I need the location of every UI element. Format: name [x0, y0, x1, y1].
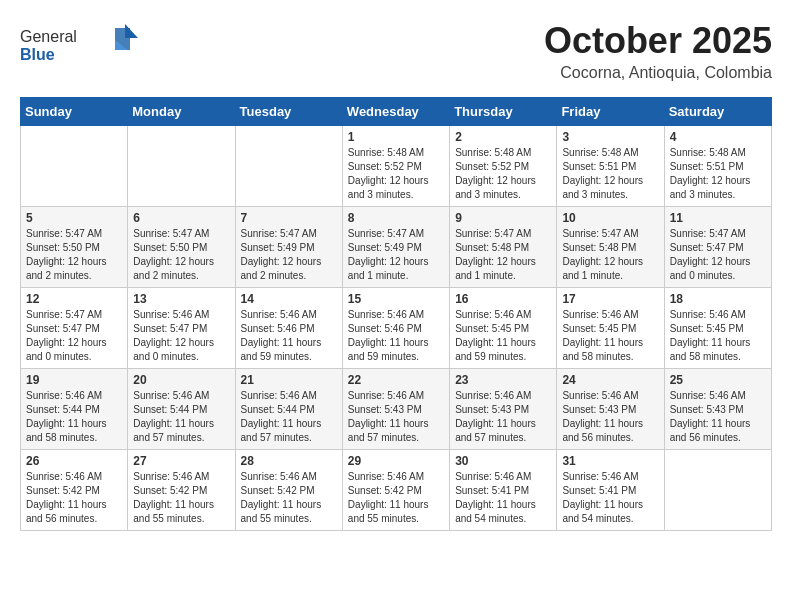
calendar-cell	[21, 126, 128, 207]
day-info: Sunrise: 5:47 AMSunset: 5:49 PMDaylight:…	[348, 227, 444, 283]
day-info: Sunrise: 5:48 AMSunset: 5:51 PMDaylight:…	[562, 146, 658, 202]
calendar-cell: 4Sunrise: 5:48 AMSunset: 5:51 PMDaylight…	[664, 126, 771, 207]
day-info: Sunrise: 5:47 AMSunset: 5:47 PMDaylight:…	[670, 227, 766, 283]
day-number: 2	[455, 130, 551, 144]
day-number: 19	[26, 373, 122, 387]
calendar-cell: 30Sunrise: 5:46 AMSunset: 5:41 PMDayligh…	[450, 450, 557, 531]
logo-text: General Blue	[20, 20, 140, 69]
day-info: Sunrise: 5:46 AMSunset: 5:43 PMDaylight:…	[455, 389, 551, 445]
day-info: Sunrise: 5:46 AMSunset: 5:42 PMDaylight:…	[26, 470, 122, 526]
calendar-cell: 23Sunrise: 5:46 AMSunset: 5:43 PMDayligh…	[450, 369, 557, 450]
calendar-cell	[664, 450, 771, 531]
day-info: Sunrise: 5:47 AMSunset: 5:50 PMDaylight:…	[133, 227, 229, 283]
day-info: Sunrise: 5:46 AMSunset: 5:43 PMDaylight:…	[670, 389, 766, 445]
calendar-cell: 17Sunrise: 5:46 AMSunset: 5:45 PMDayligh…	[557, 288, 664, 369]
title-block: October 2025 Cocorna, Antioquia, Colombi…	[544, 20, 772, 82]
calendar-table: SundayMondayTuesdayWednesdayThursdayFrid…	[20, 97, 772, 531]
day-info: Sunrise: 5:46 AMSunset: 5:42 PMDaylight:…	[348, 470, 444, 526]
day-info: Sunrise: 5:46 AMSunset: 5:44 PMDaylight:…	[26, 389, 122, 445]
calendar-cell: 18Sunrise: 5:46 AMSunset: 5:45 PMDayligh…	[664, 288, 771, 369]
calendar-cell	[128, 126, 235, 207]
weekday-header-friday: Friday	[557, 98, 664, 126]
day-number: 5	[26, 211, 122, 225]
day-number: 27	[133, 454, 229, 468]
calendar-cell: 31Sunrise: 5:46 AMSunset: 5:41 PMDayligh…	[557, 450, 664, 531]
day-info: Sunrise: 5:47 AMSunset: 5:48 PMDaylight:…	[455, 227, 551, 283]
calendar-cell: 26Sunrise: 5:46 AMSunset: 5:42 PMDayligh…	[21, 450, 128, 531]
day-number: 22	[348, 373, 444, 387]
day-number: 29	[348, 454, 444, 468]
day-number: 18	[670, 292, 766, 306]
day-info: Sunrise: 5:47 AMSunset: 5:49 PMDaylight:…	[241, 227, 337, 283]
day-number: 15	[348, 292, 444, 306]
calendar-cell: 15Sunrise: 5:46 AMSunset: 5:46 PMDayligh…	[342, 288, 449, 369]
day-info: Sunrise: 5:46 AMSunset: 5:41 PMDaylight:…	[455, 470, 551, 526]
calendar-cell: 12Sunrise: 5:47 AMSunset: 5:47 PMDayligh…	[21, 288, 128, 369]
day-info: Sunrise: 5:46 AMSunset: 5:47 PMDaylight:…	[133, 308, 229, 364]
day-info: Sunrise: 5:46 AMSunset: 5:45 PMDaylight:…	[455, 308, 551, 364]
calendar-week-row: 1Sunrise: 5:48 AMSunset: 5:52 PMDaylight…	[21, 126, 772, 207]
day-number: 13	[133, 292, 229, 306]
calendar-cell: 22Sunrise: 5:46 AMSunset: 5:43 PMDayligh…	[342, 369, 449, 450]
day-info: Sunrise: 5:46 AMSunset: 5:41 PMDaylight:…	[562, 470, 658, 526]
calendar-week-row: 5Sunrise: 5:47 AMSunset: 5:50 PMDaylight…	[21, 207, 772, 288]
day-info: Sunrise: 5:46 AMSunset: 5:42 PMDaylight:…	[133, 470, 229, 526]
calendar-cell: 16Sunrise: 5:46 AMSunset: 5:45 PMDayligh…	[450, 288, 557, 369]
svg-marker-3	[125, 24, 138, 38]
day-number: 26	[26, 454, 122, 468]
weekday-header-wednesday: Wednesday	[342, 98, 449, 126]
calendar-cell: 8Sunrise: 5:47 AMSunset: 5:49 PMDaylight…	[342, 207, 449, 288]
day-number: 30	[455, 454, 551, 468]
logo: General Blue	[20, 20, 140, 69]
calendar-cell: 20Sunrise: 5:46 AMSunset: 5:44 PMDayligh…	[128, 369, 235, 450]
calendar-cell: 14Sunrise: 5:46 AMSunset: 5:46 PMDayligh…	[235, 288, 342, 369]
day-number: 9	[455, 211, 551, 225]
weekday-header-saturday: Saturday	[664, 98, 771, 126]
location-title: Cocorna, Antioquia, Colombia	[544, 64, 772, 82]
day-number: 28	[241, 454, 337, 468]
day-number: 10	[562, 211, 658, 225]
svg-text:General: General	[20, 28, 77, 45]
calendar-cell: 10Sunrise: 5:47 AMSunset: 5:48 PMDayligh…	[557, 207, 664, 288]
day-info: Sunrise: 5:46 AMSunset: 5:44 PMDaylight:…	[133, 389, 229, 445]
calendar-cell: 9Sunrise: 5:47 AMSunset: 5:48 PMDaylight…	[450, 207, 557, 288]
calendar-cell: 13Sunrise: 5:46 AMSunset: 5:47 PMDayligh…	[128, 288, 235, 369]
day-number: 11	[670, 211, 766, 225]
calendar-cell: 28Sunrise: 5:46 AMSunset: 5:42 PMDayligh…	[235, 450, 342, 531]
day-info: Sunrise: 5:48 AMSunset: 5:52 PMDaylight:…	[455, 146, 551, 202]
calendar-cell: 2Sunrise: 5:48 AMSunset: 5:52 PMDaylight…	[450, 126, 557, 207]
day-info: Sunrise: 5:46 AMSunset: 5:42 PMDaylight:…	[241, 470, 337, 526]
day-number: 14	[241, 292, 337, 306]
calendar-cell: 29Sunrise: 5:46 AMSunset: 5:42 PMDayligh…	[342, 450, 449, 531]
day-number: 24	[562, 373, 658, 387]
day-info: Sunrise: 5:47 AMSunset: 5:50 PMDaylight:…	[26, 227, 122, 283]
day-number: 12	[26, 292, 122, 306]
day-number: 21	[241, 373, 337, 387]
day-number: 20	[133, 373, 229, 387]
day-info: Sunrise: 5:46 AMSunset: 5:44 PMDaylight:…	[241, 389, 337, 445]
day-info: Sunrise: 5:47 AMSunset: 5:47 PMDaylight:…	[26, 308, 122, 364]
day-number: 6	[133, 211, 229, 225]
day-number: 1	[348, 130, 444, 144]
day-number: 3	[562, 130, 658, 144]
calendar-cell: 24Sunrise: 5:46 AMSunset: 5:43 PMDayligh…	[557, 369, 664, 450]
calendar-cell: 19Sunrise: 5:46 AMSunset: 5:44 PMDayligh…	[21, 369, 128, 450]
calendar-week-row: 26Sunrise: 5:46 AMSunset: 5:42 PMDayligh…	[21, 450, 772, 531]
page-header: General Blue October 2025 Cocorna, Antio…	[20, 20, 772, 82]
calendar-cell	[235, 126, 342, 207]
day-number: 4	[670, 130, 766, 144]
calendar-week-row: 19Sunrise: 5:46 AMSunset: 5:44 PMDayligh…	[21, 369, 772, 450]
day-number: 8	[348, 211, 444, 225]
weekday-header-thursday: Thursday	[450, 98, 557, 126]
day-info: Sunrise: 5:46 AMSunset: 5:45 PMDaylight:…	[562, 308, 658, 364]
day-info: Sunrise: 5:46 AMSunset: 5:45 PMDaylight:…	[670, 308, 766, 364]
day-number: 7	[241, 211, 337, 225]
weekday-header-sunday: Sunday	[21, 98, 128, 126]
day-info: Sunrise: 5:48 AMSunset: 5:51 PMDaylight:…	[670, 146, 766, 202]
day-number: 31	[562, 454, 658, 468]
weekday-header-monday: Monday	[128, 98, 235, 126]
day-info: Sunrise: 5:46 AMSunset: 5:43 PMDaylight:…	[562, 389, 658, 445]
svg-text:Blue: Blue	[20, 46, 55, 63]
weekday-header-tuesday: Tuesday	[235, 98, 342, 126]
day-info: Sunrise: 5:46 AMSunset: 5:46 PMDaylight:…	[348, 308, 444, 364]
